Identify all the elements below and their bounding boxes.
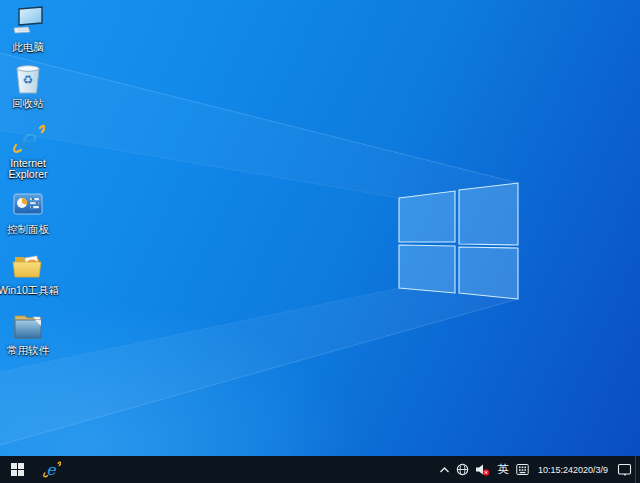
desktop-background[interactable]: 此电脑 ♻ 回收站 e Internet Explo [0, 0, 640, 456]
internet-explorer-icon: e [11, 122, 45, 156]
desktop-icon-win10-toolbox[interactable]: Win10工具箱 [1, 249, 55, 296]
tray-show-hidden-icons-button[interactable] [436, 456, 453, 483]
taskbar: e 英 [0, 456, 640, 483]
action-center-icon [617, 463, 632, 477]
show-desktop-button[interactable] [635, 456, 640, 483]
wallpaper-windows-logo [0, 0, 640, 456]
windows-start-icon [11, 463, 24, 476]
icon-label: Win10工具箱 [0, 285, 58, 296]
svg-text:♻: ♻ [23, 73, 34, 87]
tray-volume-button[interactable] [472, 456, 493, 483]
tray-ime-language-indicator[interactable]: 英 [493, 456, 513, 483]
svg-text:e: e [19, 123, 37, 156]
desktop-icon-recycle-bin[interactable]: ♻ 回收站 [1, 62, 55, 109]
globe-network-icon [456, 463, 469, 476]
desktop-icon-common-software[interactable]: 常用软件 [1, 309, 55, 356]
icon-label: 控制面板 [7, 224, 49, 235]
clock-date: 2020/3/9 [573, 465, 608, 475]
icon-label: 常用软件 [7, 345, 49, 356]
win10-toolbox-folder-icon [11, 249, 45, 283]
recycle-bin-icon: ♻ [11, 62, 45, 96]
clock-time: 10:15:24 [538, 465, 573, 475]
icon-label: 此电脑 [12, 42, 44, 53]
action-center-button[interactable] [614, 456, 635, 483]
desktop-icon-this-pc[interactable]: 此电脑 [1, 6, 55, 53]
internet-explorer-icon: e [42, 460, 61, 479]
taskbar-internet-explorer-button[interactable]: e [34, 456, 68, 483]
common-software-folder-icon [11, 309, 45, 343]
speaker-muted-icon [475, 463, 490, 476]
tray-ime-keyboard-button[interactable] [513, 456, 532, 483]
icon-label: Internet Explorer [1, 158, 55, 180]
control-panel-icon [11, 188, 45, 222]
system-tray: 英 10:15:24 2020/3/9 [436, 456, 640, 483]
desktop-icon-internet-explorer[interactable]: e Internet Explorer [1, 122, 55, 180]
tray-network-button[interactable] [453, 456, 472, 483]
start-button[interactable] [0, 456, 34, 483]
icon-label: 回收站 [12, 98, 44, 109]
ime-keyboard-icon [516, 463, 529, 476]
this-pc-icon [11, 6, 45, 40]
chevron-up-icon [439, 466, 450, 474]
desktop-icon-control-panel[interactable]: 控制面板 [1, 188, 55, 235]
tray-clock[interactable]: 10:15:24 2020/3/9 [532, 456, 614, 483]
